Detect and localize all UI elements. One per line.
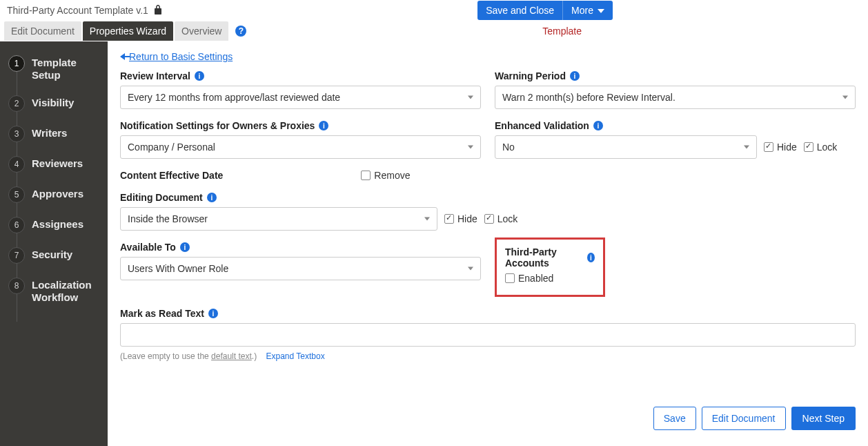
editing-document-select[interactable]: Inside the Browser (120, 207, 437, 231)
default-text-link[interactable]: default text (211, 351, 252, 361)
warning-period-field: Warning Period i Warn 2 month(s) before … (495, 70, 856, 109)
enhanced-validation-lock-checkbox[interactable]: Lock (804, 142, 838, 153)
step-label: Reviewers (32, 156, 83, 170)
top-actions: Save and Close More (477, 1, 613, 20)
enhanced-validation-select[interactable]: No (495, 135, 757, 159)
step-label: Writers (32, 126, 67, 139)
enhanced-validation-field: Enhanced Validation i No Hide Lock (495, 120, 856, 159)
sidebar-step-localization[interactable]: 8 Localization Workflow (0, 271, 108, 311)
return-label: Return to Basic Settings (129, 51, 233, 62)
editing-document-field: Editing Document i Inside the Browser Hi… (120, 192, 856, 231)
save-and-close-button[interactable]: Save and Close (477, 1, 562, 20)
step-label: Localization Workflow (32, 278, 101, 304)
enhanced-validation-label: Enhanced Validation i (495, 120, 856, 131)
notification-settings-label: Notification Settings for Owners & Proxi… (120, 120, 481, 131)
step-label: Security (32, 247, 72, 261)
chevron-down-icon (598, 9, 604, 13)
mark-as-read-label: Mark as Read Text i (120, 308, 856, 319)
layout: 1 Template Setup 2 Visibility 3 Writers … (0, 41, 868, 446)
lock-icon (154, 5, 162, 17)
tab-edit-document[interactable]: Edit Document (4, 21, 81, 41)
third-party-label: Third-Party Accounts i (505, 246, 595, 269)
checkbox-icon (764, 142, 773, 152)
step-label: Approvers (32, 186, 83, 200)
info-icon[interactable]: i (208, 309, 218, 318)
checkbox-icon (361, 171, 371, 180)
document-title: Third-Party Account Template v.1 (7, 5, 148, 16)
info-icon[interactable]: i (570, 71, 580, 81)
third-party-accounts-field: Third-Party Accounts i Enabled (495, 242, 856, 297)
arrow-left-icon (120, 53, 125, 60)
content-effective-date-label: Content Effective Date (120, 170, 223, 181)
info-icon[interactable]: i (180, 242, 190, 252)
available-to-select[interactable]: Users With Owner Role (120, 257, 481, 280)
editing-document-lock-checkbox[interactable]: Lock (484, 213, 518, 224)
review-interval-select[interactable]: Every 12 months from approve/last review… (120, 86, 481, 109)
third-party-enabled-checkbox[interactable]: Enabled (505, 273, 553, 284)
step-number: 5 (8, 186, 25, 203)
edit-document-button[interactable]: Edit Document (702, 407, 786, 430)
sidebar: 1 Template Setup 2 Visibility 3 Writers … (0, 41, 108, 446)
info-icon[interactable]: i (319, 121, 328, 130)
sidebar-step-approvers[interactable]: 5 Approvers (0, 180, 108, 210)
review-interval-label: Review Interval i (120, 70, 481, 81)
editing-document-row: Inside the Browser Hide Lock (120, 207, 856, 231)
sidebar-step-visibility[interactable]: 2 Visibility (0, 88, 108, 119)
info-icon[interactable]: i (195, 71, 204, 81)
info-icon[interactable]: i (207, 193, 217, 202)
checkbox-icon (484, 214, 494, 224)
info-icon[interactable]: i (593, 121, 603, 130)
warning-period-select[interactable]: Warn 2 month(s) before Review Interval. (495, 86, 856, 109)
more-label: More (571, 5, 593, 16)
help-icon[interactable]: ? (235, 26, 246, 37)
checkbox-icon (444, 214, 454, 224)
step-number: 7 (8, 247, 25, 264)
available-to-field: Available To i Users With Owner Role (120, 242, 481, 280)
save-button[interactable]: Save (653, 407, 696, 430)
mark-as-read-hint: (Leave empty to use the default text.) E… (120, 351, 856, 361)
content-effective-row: Content Effective Date Remove (120, 170, 856, 181)
mark-as-read-field: Mark as Read Text i (Leave empty to use … (120, 308, 856, 361)
warning-period-label: Warning Period i (495, 70, 856, 81)
step-label: Visibility (32, 95, 74, 109)
step-number: 3 (8, 126, 25, 142)
template-label: Template (542, 26, 582, 37)
form-grid: Review Interval i Every 12 months from a… (120, 70, 856, 372)
step-label: Template Setup (32, 55, 101, 81)
topbar: Third-Party Account Template v.1 Save an… (0, 0, 868, 21)
sidebar-step-security[interactable]: 7 Security (0, 240, 108, 271)
sidebar-step-writers[interactable]: 3 Writers (0, 119, 108, 149)
editing-document-hide-checkbox[interactable]: Hide (444, 213, 477, 224)
step-number: 2 (8, 95, 25, 112)
expand-textbox-link[interactable]: Expand Textbox (266, 351, 324, 361)
tab-overview[interactable]: Overview (175, 21, 228, 41)
main-panel: Return to Basic Settings Review Interval… (108, 41, 868, 446)
enhanced-validation-row: No Hide Lock (495, 135, 856, 159)
checkbox-icon (804, 142, 813, 152)
sidebar-step-assignees[interactable]: 6 Assignees (0, 210, 108, 240)
tab-properties-wizard[interactable]: Properties Wizard (83, 21, 173, 41)
content-effective-remove-checkbox[interactable]: Remove (361, 170, 410, 181)
mark-as-read-textarea[interactable] (120, 323, 856, 347)
next-step-button[interactable]: Next Step (791, 407, 856, 430)
sidebar-step-template-setup[interactable]: 1 Template Setup (0, 48, 108, 88)
notification-settings-field: Notification Settings for Owners & Proxi… (120, 120, 481, 159)
review-interval-field: Review Interval i Every 12 months from a… (120, 70, 481, 109)
step-number: 4 (8, 156, 25, 173)
editing-document-label: Editing Document i (120, 192, 856, 203)
step-number: 8 (8, 278, 25, 294)
step-number: 1 (8, 55, 25, 72)
return-link[interactable]: Return to Basic Settings (120, 51, 233, 62)
enhanced-validation-hide-checkbox[interactable]: Hide (764, 142, 797, 153)
sidebar-step-reviewers[interactable]: 4 Reviewers (0, 149, 108, 180)
checkbox-icon (505, 273, 515, 283)
more-button[interactable]: More (562, 1, 613, 20)
available-to-label: Available To i (120, 242, 481, 253)
info-icon[interactable]: i (587, 253, 595, 262)
step-number: 6 (8, 217, 25, 233)
notification-settings-select[interactable]: Company / Personal (120, 135, 481, 159)
content-effective-date-field: Content Effective Date Remove (120, 170, 856, 181)
step-label: Assignees (32, 217, 83, 231)
footer-buttons: Save Edit Document Next Step (120, 407, 856, 430)
third-party-highlight: Third-Party Accounts i Enabled (495, 237, 605, 297)
